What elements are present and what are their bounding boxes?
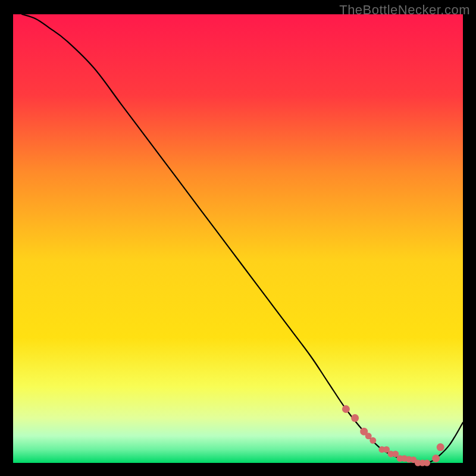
reference-dot (369, 437, 376, 444)
plot-svg (0, 0, 476, 476)
reference-dot (432, 455, 440, 462)
plot-background (13, 14, 463, 463)
reference-dot (351, 414, 359, 422)
reference-dot (424, 460, 430, 466)
reference-dot (437, 443, 444, 451)
reference-dot (342, 405, 350, 413)
chart-canvas: TheBottleNecker.com (0, 0, 476, 476)
watermark-text: TheBottleNecker.com (339, 2, 470, 18)
